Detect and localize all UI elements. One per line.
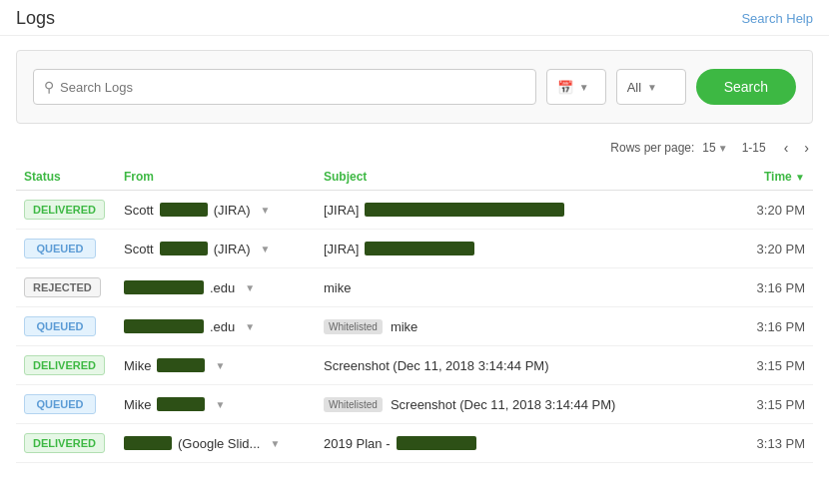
status-filter-dropdown[interactable]: All ▼	[616, 69, 686, 105]
search-input[interactable]	[60, 80, 525, 95]
status-cell: DELIVERED	[16, 191, 116, 230]
rows-per-page-label: Rows per page:	[610, 141, 694, 155]
from-name: Mike	[124, 397, 151, 412]
redacted-block	[157, 358, 205, 372]
search-section: ⚲ 📅 ▼ All ▼ Search	[16, 50, 813, 124]
redacted-block	[365, 203, 564, 217]
search-help-link[interactable]: Search Help	[741, 11, 813, 26]
from-cell: Scott(JIRA)▼	[116, 191, 316, 230]
time-cell: 3:16 PM	[733, 268, 813, 307]
search-icon: ⚲	[44, 79, 54, 95]
status-cell: DELIVERED	[16, 346, 116, 385]
status-badge: QUEUED	[24, 394, 96, 414]
subject-cell: [JIRA]	[316, 230, 733, 268]
from-suffix: .edu	[210, 319, 235, 334]
top-bar: Logs Search Help	[0, 0, 829, 36]
col-header-status: Status	[16, 164, 116, 191]
col-header-from: From	[116, 164, 316, 191]
time-cell: 3:16 PM	[733, 307, 813, 346]
prev-page-button[interactable]: ‹	[780, 138, 793, 158]
from-cell: (Google Slid...▼	[116, 424, 316, 463]
subject-prefix: [JIRA]	[324, 242, 359, 256]
from-cell: .edu▼	[116, 268, 316, 307]
from-dropdown-arrow[interactable]: ▼	[260, 205, 270, 216]
from-dropdown-arrow[interactable]: ▼	[245, 321, 255, 332]
from-dropdown-arrow[interactable]: ▼	[260, 244, 270, 254]
chevron-down-icon: ▼	[647, 82, 657, 93]
status-badge: DELIVERED	[24, 355, 105, 375]
filter-label: All	[627, 80, 641, 95]
subject-cell: Screenshot (Dec 11, 2018 3:14:44 PM)	[316, 346, 733, 385]
whitelisted-tag: Whitelisted	[324, 397, 383, 412]
date-filter-dropdown[interactable]: 📅 ▼	[546, 69, 606, 105]
status-cell: QUEUED	[16, 385, 116, 424]
status-cell: REJECTED	[16, 268, 116, 307]
redacted-block	[157, 397, 205, 411]
time-cell: 3:20 PM	[733, 191, 813, 230]
page-range: 1-15	[742, 141, 766, 155]
from-name: Mike	[124, 358, 151, 373]
status-badge: DELIVERED	[24, 200, 105, 220]
from-suffix: .edu	[210, 280, 235, 295]
subject-text: Screenshot (Dec 11, 2018 3:14:44 PM)	[391, 397, 615, 412]
status-badge: QUEUED	[24, 239, 96, 258]
table-header-row: Status From Subject Time ▼	[16, 164, 813, 191]
status-badge: DELIVERED	[24, 433, 105, 453]
calendar-icon: 📅	[557, 80, 573, 95]
from-name: Scott	[124, 203, 154, 218]
subject-prefix: [JIRA]	[324, 203, 359, 218]
subject-text: mike	[391, 319, 417, 334]
from-dropdown-arrow[interactable]: ▼	[245, 282, 255, 293]
status-badge: REJECTED	[24, 277, 101, 297]
table-row[interactable]: DELIVEREDMike▼Screenshot (Dec 11, 2018 3…	[16, 346, 813, 385]
status-badge: QUEUED	[24, 316, 96, 336]
table-row[interactable]: QUEUEDMike▼WhitelistedScreenshot (Dec 11…	[16, 385, 813, 424]
from-dropdown-arrow[interactable]: ▼	[270, 438, 280, 449]
redacted-block	[397, 436, 476, 450]
status-cell: DELIVERED	[16, 424, 116, 463]
redacted-block	[124, 436, 172, 450]
subject-cell: Whitelistedmike	[316, 307, 733, 346]
search-input-wrap: ⚲	[33, 69, 536, 105]
table-row[interactable]: QUEUED.edu▼Whitelistedmike3:16 PM	[16, 307, 813, 346]
from-dropdown-arrow[interactable]: ▼	[215, 399, 225, 410]
status-cell: QUEUED	[16, 230, 116, 268]
table-area: Rows per page: 15 ▼ 1-15 ‹ › Status From…	[0, 138, 829, 463]
from-cell: Mike▼	[116, 385, 316, 424]
from-name: Scott	[124, 242, 154, 256]
redacted-block	[160, 203, 208, 217]
redacted-block	[365, 242, 474, 255]
from-cell: Scott(JIRA)▼	[116, 230, 316, 268]
time-cell: 3:13 PM	[733, 424, 813, 463]
from-cell: Mike▼	[116, 346, 316, 385]
search-button[interactable]: Search	[696, 69, 796, 105]
subject-cell: mike	[316, 268, 733, 307]
subject-text: Screenshot (Dec 11, 2018 3:14:44 PM)	[324, 358, 548, 373]
subject-cell: 2019 Plan -	[316, 424, 733, 463]
rows-per-page-select[interactable]: 15 ▼	[702, 141, 727, 155]
subject-text: mike	[324, 280, 351, 295]
from-suffix: (JIRA)	[214, 242, 251, 256]
table-row[interactable]: DELIVEREDScott(JIRA)▼[JIRA] 3:20 PM	[16, 191, 813, 230]
logs-table: Status From Subject Time ▼ DELIVEREDScot…	[16, 164, 813, 463]
pagination-bar: Rows per page: 15 ▼ 1-15 ‹ ›	[16, 138, 813, 158]
whitelisted-tag: Whitelisted	[324, 319, 383, 334]
from-dropdown-arrow[interactable]: ▼	[215, 360, 225, 371]
subject-cell: WhitelistedScreenshot (Dec 11, 2018 3:14…	[316, 385, 733, 424]
from-cell: .edu▼	[116, 307, 316, 346]
redacted-block	[160, 242, 208, 255]
from-suffix: (Google Slid...	[178, 436, 260, 451]
from-suffix: (JIRA)	[214, 203, 251, 218]
time-cell: 3:20 PM	[733, 230, 813, 268]
subject-prefix: 2019 Plan -	[324, 436, 391, 451]
table-row[interactable]: REJECTED.edu▼mike3:16 PM	[16, 268, 813, 307]
redacted-block	[124, 319, 204, 333]
col-header-time: Time ▼	[733, 164, 813, 191]
redacted-block	[124, 280, 204, 294]
time-cell: 3:15 PM	[733, 346, 813, 385]
table-row[interactable]: DELIVERED(Google Slid...▼2019 Plan - 3:1…	[16, 424, 813, 463]
table-row[interactable]: QUEUEDScott(JIRA)▼[JIRA] 3:20 PM	[16, 230, 813, 268]
next-page-button[interactable]: ›	[800, 138, 813, 158]
col-header-subject: Subject	[316, 164, 733, 191]
time-cell: 3:15 PM	[733, 385, 813, 424]
